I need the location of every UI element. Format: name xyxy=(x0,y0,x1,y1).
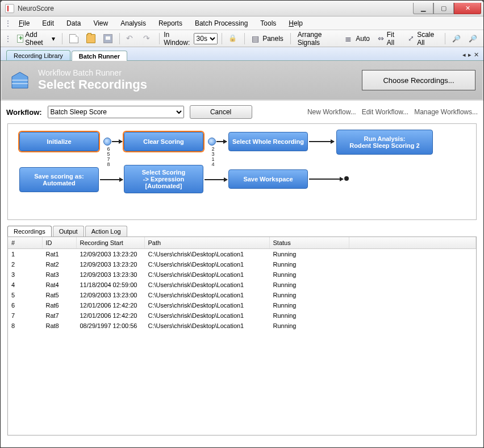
node-select-scoring[interactable]: Select Scoring -> Expression [Automated] xyxy=(124,165,203,193)
node-clear-scoring[interactable]: Clear Scoring xyxy=(124,132,203,151)
menu-edit[interactable]: Edit xyxy=(36,18,60,28)
titlebar[interactable]: NeuroScore ▁ ▢ ✕ xyxy=(1,1,483,16)
new-button[interactable] xyxy=(66,32,81,45)
recordings-grid[interactable]: # ID Recording Start Path Status 1Rat112… xyxy=(7,237,477,435)
cell-id: Rat3 xyxy=(42,269,76,280)
col-num[interactable]: # xyxy=(8,237,42,249)
connector-knob[interactable] xyxy=(208,138,216,146)
panels-icon xyxy=(252,34,261,43)
edit-workflow-link[interactable]: Edit Workflow... xyxy=(362,108,408,116)
undo-button[interactable] xyxy=(123,32,138,45)
scale-button[interactable]: Scale All xyxy=(405,29,441,48)
arrange-button[interactable]: Arrange Signals xyxy=(295,29,340,48)
tab-recordings[interactable]: Recordings xyxy=(7,226,52,237)
knob-numbers: 6 5 7 8 xyxy=(106,147,111,167)
table-row[interactable]: 2Rat212/09/2003 13:23:20C:\Users\chrisk\… xyxy=(8,259,476,269)
cell-n: 6 xyxy=(8,300,42,310)
connector-knob[interactable] xyxy=(103,138,111,146)
cell-id: Rat1 xyxy=(42,249,76,259)
col-path[interactable]: Path xyxy=(144,237,269,249)
menu-reports[interactable]: Reports xyxy=(153,18,188,28)
redo-button[interactable] xyxy=(140,32,155,45)
table-row[interactable]: 3Rat312/09/2003 13:23:30C:\Users\chrisk\… xyxy=(8,269,476,280)
workflow-canvas[interactable]: Initialize 6 5 7 8 Clear Scoring 2 3 1 4… xyxy=(7,123,477,220)
cell-id: Rat4 xyxy=(42,280,76,290)
app-title: NeuroScore xyxy=(18,5,413,13)
table-row[interactable]: 4Rat411/18/2004 02:59:00C:\Users\chrisk\… xyxy=(8,280,476,290)
cell-id: Rat6 xyxy=(42,300,76,310)
column-headers[interactable]: # ID Recording Start Path Status xyxy=(8,237,476,249)
add-sheet-button[interactable]: Add Sheet ▾ xyxy=(14,29,58,48)
cell-start: 11/18/2004 02:59:00 xyxy=(76,280,144,290)
arrow xyxy=(309,179,343,180)
panels-button[interactable]: Panels xyxy=(249,32,286,45)
binoculars-icon: 🔎 xyxy=(469,35,477,43)
add-sheet-label: Add Sheet xyxy=(25,31,49,47)
choose-recordings-button[interactable]: Choose Recordings... xyxy=(362,70,475,90)
find-prev-button[interactable]: 🔎 xyxy=(449,33,464,44)
tab-action-log[interactable]: Action Log xyxy=(85,226,127,237)
tab-recording-library[interactable]: Recording Library xyxy=(6,50,70,60)
maximize-button[interactable]: ▢ xyxy=(433,3,454,14)
in-window-label: In Window: xyxy=(164,31,191,47)
cell-status: Running xyxy=(269,280,349,290)
menu-tools[interactable]: Tools xyxy=(254,18,282,28)
manage-workflows-link[interactable]: Manage Workflows... xyxy=(414,108,478,116)
table-row[interactable]: 1Rat112/09/2003 13:23:20C:\Users\chrisk\… xyxy=(8,249,476,259)
lock-button[interactable] xyxy=(226,32,240,45)
cell-n: 1 xyxy=(8,249,42,259)
new-workflow-link[interactable]: New Workflow... xyxy=(307,108,356,116)
find-next-button[interactable]: 🔎 xyxy=(466,33,480,44)
in-window-select[interactable]: 30s xyxy=(194,33,218,44)
menu-batch[interactable]: Batch Processing xyxy=(189,18,253,28)
menu-help[interactable]: Help xyxy=(283,18,308,28)
cell-status: Running xyxy=(269,259,349,269)
node-save-scoring-as[interactable]: Save scoring as: Automated xyxy=(19,167,99,192)
app-icon xyxy=(5,4,14,13)
table-row[interactable]: 5Rat512/09/2003 13:23:00C:\Users\chrisk\… xyxy=(8,290,476,300)
table-row[interactable]: 6Rat612/01/2006 12:42:20C:\Users\chrisk\… xyxy=(8,300,476,310)
menu-data[interactable]: Data xyxy=(61,18,86,28)
menu-file[interactable]: File xyxy=(13,18,35,28)
open-button[interactable] xyxy=(84,32,98,45)
tab-close-button[interactable]: ✕ xyxy=(474,51,479,59)
save-button[interactable] xyxy=(101,32,115,45)
undo-icon xyxy=(126,34,135,43)
col-status[interactable]: Status xyxy=(269,237,349,249)
tab-next-button[interactable]: ▸ xyxy=(468,51,472,59)
cell-start: 12/09/2003 13:23:20 xyxy=(76,249,144,259)
page-header: Workflow Batch Runner Select Recordings … xyxy=(1,61,483,101)
node-save-workspace[interactable]: Save Workspace xyxy=(228,169,308,189)
cell-id: Rat8 xyxy=(42,321,76,331)
arrow xyxy=(309,141,334,142)
col-id[interactable]: ID xyxy=(42,237,76,249)
node-run-analysis[interactable]: Run Analysis: Rodent Sleep Scoring 2 xyxy=(336,130,433,155)
auto-button[interactable]: Auto xyxy=(342,32,373,45)
arrow xyxy=(100,179,123,180)
cell-start: 08/29/1997 12:00:56 xyxy=(76,321,144,331)
chevron-down-icon: ▾ xyxy=(52,35,55,43)
col-start[interactable]: Recording Start xyxy=(76,237,144,249)
fit-button[interactable]: Fit All xyxy=(375,29,403,48)
tab-batch-runner[interactable]: Batch Runner xyxy=(72,51,127,61)
node-select-whole[interactable]: Select Whole Recording xyxy=(228,132,308,151)
end-cap xyxy=(344,176,349,181)
col-blank[interactable] xyxy=(349,237,476,249)
cell-path: C:\Users\chrisk\Desktop\Location1 xyxy=(144,300,269,310)
tab-output[interactable]: Output xyxy=(53,226,84,237)
table-row[interactable]: 8Rat808/29/1997 12:00:56C:\Users\chrisk\… xyxy=(8,321,476,331)
cell-n: 3 xyxy=(8,269,42,280)
node-initialize[interactable]: Initialize xyxy=(19,132,99,151)
plus-icon xyxy=(17,35,23,43)
table-row[interactable]: 7Rat712/01/2006 12:42:20C:\Users\chrisk\… xyxy=(8,310,476,321)
knob-numbers: 2 3 1 4 xyxy=(210,147,216,167)
menu-view[interactable]: View xyxy=(87,18,114,28)
cell-status: Running xyxy=(269,321,349,331)
menu-analysis[interactable]: Analysis xyxy=(115,18,152,28)
cell-path: C:\Users\chrisk\Desktop\Location1 xyxy=(144,259,269,269)
close-button[interactable]: ✕ xyxy=(454,3,481,14)
tab-prev-button[interactable]: ◂ xyxy=(462,51,466,59)
minimize-button[interactable]: ▁ xyxy=(413,3,433,14)
workflow-select[interactable]: Batch Sleep Score xyxy=(48,106,184,118)
cancel-button[interactable]: Cancel xyxy=(190,105,252,119)
